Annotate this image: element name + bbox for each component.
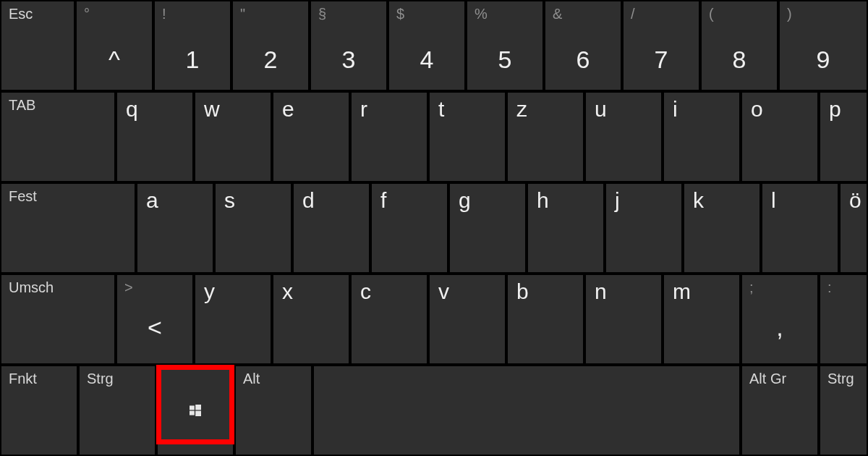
key-shift-label: Umsch xyxy=(9,279,54,296)
key-7-secondary: / xyxy=(631,6,635,22)
key-n-label: n xyxy=(595,279,607,304)
key-period[interactable]: : . xyxy=(820,275,867,363)
key-period-secondary: : xyxy=(827,279,832,296)
key-v[interactable]: v xyxy=(430,275,505,363)
key-1[interactable]: ! 1 xyxy=(155,1,230,90)
key-x[interactable]: x xyxy=(273,275,349,363)
key-caret[interactable]: ° ^ xyxy=(77,1,152,90)
key-h-label: h xyxy=(537,188,549,213)
key-l[interactable]: l xyxy=(762,184,838,272)
key-8[interactable]: ( 8 xyxy=(702,1,777,90)
key-k[interactable]: k xyxy=(684,184,760,272)
key-8-secondary: ( xyxy=(709,6,714,22)
key-y-label: y xyxy=(204,279,215,304)
key-ctrl-right-label: Strg xyxy=(827,371,854,387)
key-p[interactable]: p xyxy=(820,93,867,181)
key-w[interactable]: w xyxy=(195,93,271,181)
key-tab[interactable]: TAB xyxy=(1,93,114,181)
key-6[interactable]: & 6 xyxy=(545,1,621,90)
key-u[interactable]: u xyxy=(586,93,661,181)
key-i-label: i xyxy=(673,97,678,122)
key-w-label: w xyxy=(204,97,220,122)
key-esc-label: Esc xyxy=(9,6,33,22)
key-z-label: z xyxy=(516,97,527,122)
key-i[interactable]: i xyxy=(664,93,739,181)
key-k-label: k xyxy=(693,188,704,213)
key-j[interactable]: j xyxy=(606,184,681,272)
key-m[interactable]: m xyxy=(664,275,739,363)
key-q[interactable]: q xyxy=(117,93,192,181)
key-a[interactable]: a xyxy=(137,184,213,272)
key-caps-label: Fest xyxy=(9,188,37,205)
key-r[interactable]: r xyxy=(352,93,427,181)
key-d[interactable]: d xyxy=(294,184,369,272)
key-e-label: e xyxy=(282,97,294,122)
key-5-main: 5 xyxy=(467,46,542,74)
key-6-main: 6 xyxy=(545,46,621,74)
key-caret-secondary: ° xyxy=(84,6,90,22)
key-lessthan-main: < xyxy=(117,313,192,342)
key-space[interactable] xyxy=(314,366,739,455)
key-j-label: j xyxy=(615,188,620,213)
on-screen-keyboard: Esc ° ^ ! 1 " 2 § 3 $ 4 % 5 & 6 / 7 ( 8 … xyxy=(0,0,868,456)
key-9[interactable]: ) 9 xyxy=(780,1,867,90)
key-3[interactable]: § 3 xyxy=(311,1,386,90)
key-9-main: 9 xyxy=(780,46,867,74)
key-c[interactable]: c xyxy=(352,275,427,363)
key-altgr[interactable]: Alt Gr xyxy=(742,366,817,455)
key-caret-main: ^ xyxy=(77,46,152,74)
key-lessthan[interactable]: > < xyxy=(117,275,192,363)
key-y[interactable]: y xyxy=(195,275,271,363)
key-t[interactable]: t xyxy=(430,93,505,181)
svg-rect-1 xyxy=(195,405,201,410)
key-x-label: x xyxy=(282,279,293,304)
key-comma-main: , xyxy=(742,313,817,342)
key-fn[interactable]: Fnkt xyxy=(1,366,77,455)
key-e[interactable]: e xyxy=(273,93,349,181)
key-g[interactable]: g xyxy=(450,184,525,272)
key-a-label: a xyxy=(146,188,158,213)
key-ctrl-right[interactable]: Strg xyxy=(820,366,867,455)
key-2-secondary: " xyxy=(240,6,245,22)
key-5-secondary: % xyxy=(475,6,488,22)
key-z[interactable]: z xyxy=(508,93,583,181)
key-5[interactable]: % 5 xyxy=(467,1,542,90)
key-7-main: 7 xyxy=(624,46,699,74)
key-4-secondary: $ xyxy=(396,6,404,22)
key-1-main: 1 xyxy=(155,46,230,74)
key-lessthan-secondary: > xyxy=(124,279,133,296)
key-6-secondary: & xyxy=(553,6,562,22)
key-o[interactable]: o xyxy=(742,93,817,181)
key-oe[interactable]: ö xyxy=(841,184,867,272)
key-esc[interactable]: Esc xyxy=(1,1,74,90)
key-ctrl-left[interactable]: Strg xyxy=(80,366,155,455)
key-caps[interactable]: Fest xyxy=(1,184,135,272)
key-n[interactable]: n xyxy=(586,275,661,363)
key-s-label: s xyxy=(224,188,235,213)
key-ctrl-left-label: Strg xyxy=(87,371,114,387)
key-fn-label: Fnkt xyxy=(9,371,37,387)
key-g-label: g xyxy=(459,188,471,213)
key-3-secondary: § xyxy=(318,6,326,22)
key-m-label: m xyxy=(673,279,691,304)
key-tab-label: TAB xyxy=(9,97,35,114)
key-comma[interactable]: ; , xyxy=(742,275,817,363)
key-h[interactable]: h xyxy=(528,184,603,272)
key-f[interactable]: f xyxy=(372,184,447,272)
key-s[interactable]: s xyxy=(216,184,291,272)
key-b-label: b xyxy=(516,279,529,304)
key-d-label: d xyxy=(302,188,315,213)
key-1-secondary: ! xyxy=(162,6,166,22)
key-2[interactable]: " 2 xyxy=(233,1,308,90)
svg-rect-0 xyxy=(190,405,195,410)
key-9-secondary: ) xyxy=(787,6,792,22)
key-4[interactable]: $ 4 xyxy=(389,1,464,90)
key-alt[interactable]: Alt xyxy=(236,366,311,455)
key-b[interactable]: b xyxy=(508,275,583,363)
key-oe-label: ö xyxy=(849,188,861,213)
key-shift[interactable]: Umsch xyxy=(1,275,114,363)
key-7[interactable]: / 7 xyxy=(624,1,699,90)
key-t-label: t xyxy=(438,97,444,122)
key-win[interactable] xyxy=(158,366,233,455)
key-v-label: v xyxy=(438,279,449,304)
